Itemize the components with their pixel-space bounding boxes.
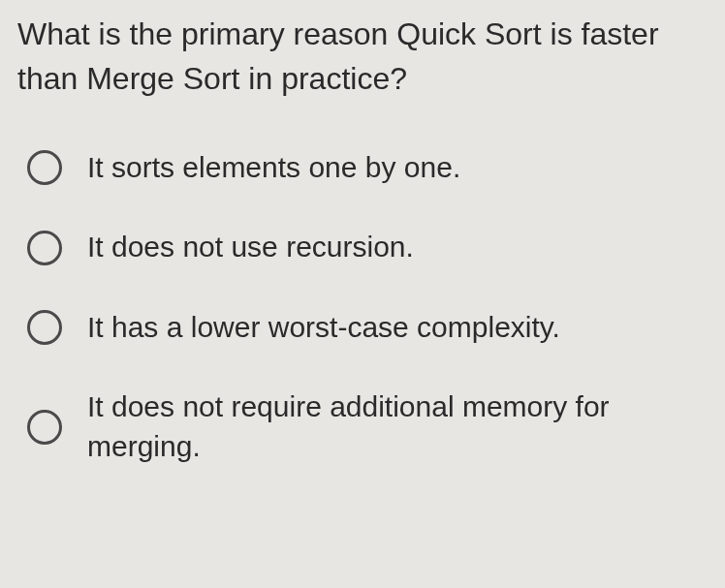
options-group: It sorts elements one by one. It does no… (17, 148, 708, 467)
option-4[interactable]: It does not require additional memory fo… (27, 387, 708, 466)
option-label: It does not require additional memory fo… (87, 387, 708, 466)
radio-icon (27, 150, 62, 185)
radio-icon (27, 410, 62, 445)
option-1[interactable]: It sorts elements one by one. (27, 148, 708, 188)
option-label: It does not use recursion. (87, 228, 414, 267)
radio-icon (27, 231, 62, 265)
radio-icon (27, 310, 62, 345)
option-label: It has a lower worst-case complexity. (87, 308, 560, 348)
option-3[interactable]: It has a lower worst-case complexity. (27, 308, 708, 348)
question-text: What is the primary reason Quick Sort is… (17, 12, 708, 102)
option-label: It sorts elements one by one. (87, 148, 460, 188)
option-2[interactable]: It does not use recursion. (27, 228, 708, 267)
